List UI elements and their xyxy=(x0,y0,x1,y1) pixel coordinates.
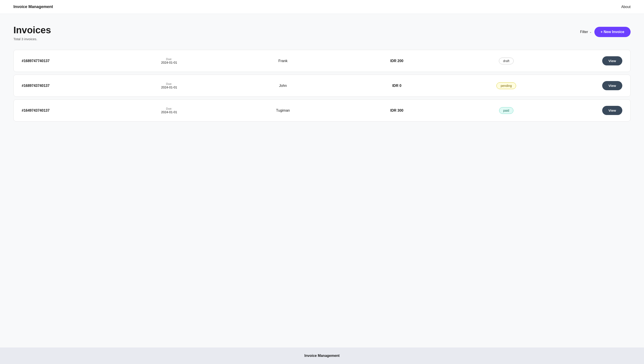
page-title-area: Invoices Total 3 invoices. xyxy=(14,25,51,41)
invoice-amount: IDR 300 xyxy=(383,108,410,112)
invoice-id: #1689747740137 xyxy=(22,59,71,63)
invoice-due-date: 2024-01-01 xyxy=(156,86,182,89)
status-badge: pending xyxy=(496,82,516,89)
status-badge: draft xyxy=(499,58,514,64)
app-title: Invoice Management xyxy=(14,4,53,9)
invoice-client: Frank xyxy=(267,59,299,63)
new-invoice-button[interactable]: + New Invoice xyxy=(594,27,630,37)
invoice-due-date: 2024-01-01 xyxy=(156,61,182,64)
invoice-id: #1649743740137 xyxy=(22,108,71,112)
invoice-due: Due: 2024-01-01 xyxy=(156,58,182,64)
view-invoice-button[interactable]: View xyxy=(602,56,622,66)
view-invoice-button[interactable]: View xyxy=(602,106,622,115)
status-badge: paid xyxy=(499,107,513,114)
invoice-client: John xyxy=(267,84,299,88)
invoice-list: #1689747740137 Due: 2024-01-01 Frank IDR… xyxy=(14,50,630,122)
invoice-amount: IDR 0 xyxy=(383,84,410,88)
invoice-due-date: 2024-01-01 xyxy=(156,110,182,114)
invoice-card: #1649743740137 Due: 2024-01-01 Tugiman I… xyxy=(14,99,630,122)
invoice-status: draft xyxy=(495,58,517,64)
invoice-amount: IDR 200 xyxy=(383,59,410,63)
invoice-due-label: Due: xyxy=(156,58,182,61)
invoice-card: #1689743740137 Due: 2024-01-01 John IDR … xyxy=(14,74,630,97)
chevron-down-icon: ⌄ xyxy=(589,30,592,34)
main-content: Invoices Total 3 invoices. Filter ⌄ + Ne… xyxy=(0,14,644,348)
page-subtitle: Total 3 invoices. xyxy=(14,37,51,41)
invoice-due: Due: 2024-01-01 xyxy=(156,82,182,89)
invoice-client: Tugiman xyxy=(267,108,299,112)
filter-button[interactable]: Filter ⌄ xyxy=(580,30,592,34)
invoice-due-label: Due: xyxy=(156,82,182,86)
invoice-status: pending xyxy=(495,82,517,89)
invoice-card: #1689747740137 Due: 2024-01-01 Frank IDR… xyxy=(14,50,630,72)
footer-text: Invoice Management xyxy=(304,354,339,358)
invoice-due: Due: 2024-01-01 xyxy=(156,107,182,114)
filter-label: Filter xyxy=(580,30,588,34)
header: Invoice Management About xyxy=(0,0,644,14)
header-actions: Filter ⌄ + New Invoice xyxy=(580,25,630,37)
page-heading: Invoices Total 3 invoices. Filter ⌄ + Ne… xyxy=(14,25,630,41)
invoice-status: paid xyxy=(495,107,517,114)
footer: Invoice Management xyxy=(0,348,644,364)
invoice-id: #1689743740137 xyxy=(22,84,71,88)
invoice-due-label: Due: xyxy=(156,107,182,110)
view-invoice-button[interactable]: View xyxy=(602,81,622,90)
page-title: Invoices xyxy=(14,25,51,35)
about-button[interactable]: About xyxy=(621,5,630,9)
